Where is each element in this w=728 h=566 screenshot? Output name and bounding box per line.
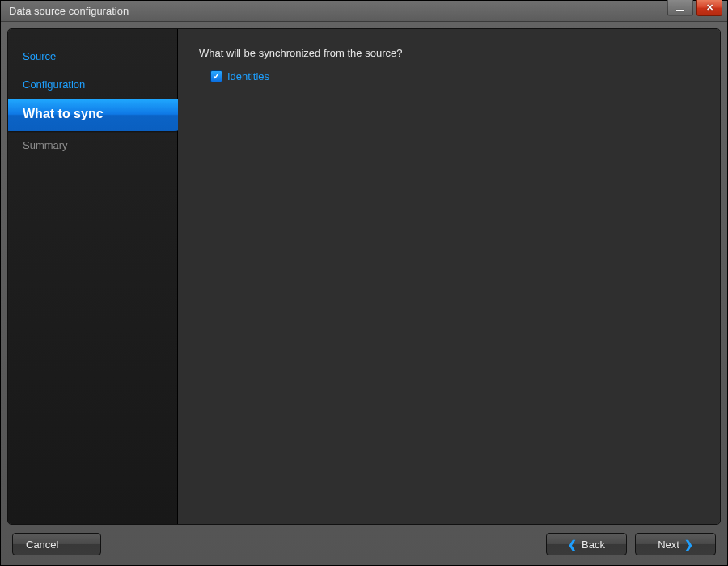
dialog-window: Data source configuration ✕ Source Confi… (0, 0, 728, 566)
sidebar-item-label: Summary (23, 139, 68, 151)
sidebar-item-configuration[interactable]: Configuration (8, 70, 177, 99)
next-button[interactable]: Next ❯ (635, 533, 716, 555)
cancel-button[interactable]: Cancel (12, 533, 101, 555)
checkmark-icon: ✓ (213, 72, 220, 81)
back-label: Back (582, 539, 605, 551)
window-controls: ✕ (667, 1, 727, 21)
sync-question: What will be synchronized from the sourc… (199, 47, 699, 59)
identities-label: Identities (227, 70, 269, 82)
minimize-button[interactable] (667, 0, 693, 16)
chevron-right-icon: ❯ (684, 539, 693, 551)
sidebar-item-what-to-sync[interactable]: What to sync (8, 99, 188, 131)
titlebar[interactable]: Data source configuration ✕ (1, 1, 727, 22)
footer: Cancel ❮ Back Next ❯ (7, 525, 721, 559)
close-button[interactable]: ✕ (696, 0, 722, 16)
cancel-label: Cancel (26, 539, 58, 551)
sidebar-item-summary[interactable]: Summary (8, 131, 177, 159)
minimize-icon (676, 10, 684, 11)
main-panel: What will be synchronized from the sourc… (178, 29, 720, 524)
sidebar-item-label: Configuration (23, 78, 85, 91)
sidebar: Source Configuration What to sync Summar… (8, 29, 178, 524)
window-title: Data source configuration (9, 5, 667, 17)
sidebar-item-source[interactable]: Source (8, 42, 177, 70)
identities-checkbox[interactable]: ✓ (210, 70, 222, 82)
next-label: Next (658, 539, 679, 551)
close-icon: ✕ (706, 2, 713, 13)
body-frame: Source Configuration What to sync Summar… (1, 22, 727, 565)
sync-option-identities[interactable]: ✓ Identities (210, 70, 699, 82)
chevron-left-icon: ❮ (568, 539, 577, 551)
sidebar-item-label: What to sync (23, 107, 104, 120)
sidebar-item-label: Source (23, 50, 56, 62)
back-button[interactable]: ❮ Back (546, 533, 627, 555)
content-area: Source Configuration What to sync Summar… (7, 28, 721, 525)
